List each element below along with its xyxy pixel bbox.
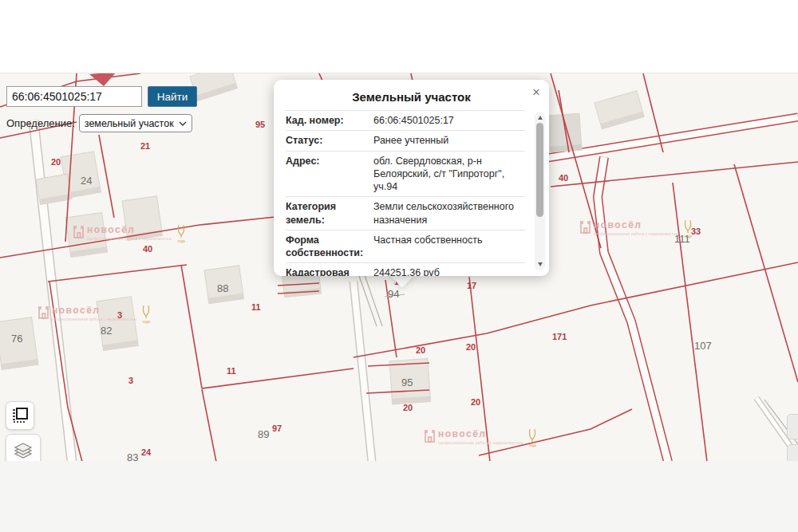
map-edge-button-bottom[interactable]	[787, 444, 798, 462]
row-value: 244251.36 руб	[373, 266, 525, 276]
row-label: Адрес:	[286, 155, 365, 194]
popup-row: Форма собственности:Частная собственност…	[286, 231, 525, 264]
popup-row: Кадастровая стоимость:244251.36 руб	[286, 263, 525, 276]
row-value: 66:06:4501025:17	[373, 114, 525, 127]
map-inner: 9521202440401113388113827631194171717120…	[0, 73, 798, 462]
row-label: Кад. номер:	[286, 114, 365, 127]
popup-row: Кад. номер:66:06:4501025:17	[286, 111, 525, 131]
row-value: обл. Свердловская, р-н Белоярский, с/т "…	[373, 155, 525, 194]
layers-button[interactable]	[6, 434, 41, 462]
search-bar: Найти	[6, 86, 197, 107]
row-label: Статус:	[286, 134, 365, 147]
layers-icon	[13, 441, 34, 462]
search-button[interactable]: Найти	[148, 86, 197, 107]
object-type-value: земельный участок	[85, 118, 174, 129]
close-icon[interactable]: ×	[532, 85, 540, 99]
popup-row: Адрес:обл. Свердловская, р-н Белоярский,…	[286, 152, 525, 198]
scroll-up-arrow-icon[interactable]	[538, 116, 543, 120]
popup-row: Статус:Ранее учтенный	[286, 131, 525, 151]
bottom-letterbox	[0, 461, 798, 532]
popup-row: Категория земель:Земли сельскохозяйствен…	[286, 197, 525, 231]
scrollbar-thumb[interactable]	[536, 123, 543, 217]
row-value: Земли сельскохозяйственного назначения	[373, 200, 525, 227]
search-input[interactable]	[6, 86, 142, 107]
filter-label: Определение:	[6, 117, 75, 129]
page: { "search": { "value": "66:06:4501025:17…	[0, 0, 798, 532]
row-label: Категория земель:	[286, 200, 365, 227]
parcel-info-popup: × Земельный участок Кад. номер:66:06:450…	[274, 80, 549, 276]
row-label: Кадастровая стоимость:	[286, 266, 365, 276]
popup-rows: Кад. номер:66:06:4501025:17Статус:Ранее …	[286, 110, 525, 276]
scroll-down-arrow-icon[interactable]	[538, 262, 543, 266]
measure-tool-button[interactable]	[6, 401, 34, 430]
row-value: Ранее учтенный	[373, 134, 525, 147]
chevron-down-icon	[179, 121, 187, 126]
map-edge-button-top[interactable]	[787, 414, 798, 439]
row-label: Форма собственности:	[286, 234, 365, 260]
object-type-select[interactable]: земельный участок	[79, 114, 192, 132]
measure-icon	[12, 408, 28, 424]
filter-row: Определение: земельный участок	[6, 114, 192, 132]
map-canvas[interactable]: 9521202440401113388113827631194171717120…	[0, 73, 798, 462]
popup-title: Земельный участок	[274, 90, 549, 104]
row-value: Частная собственность	[373, 234, 525, 260]
popup-body: × Земельный участок Кад. номер:66:06:450…	[274, 80, 549, 276]
popup-scrollbar[interactable]	[535, 112, 545, 270]
roads-red	[547, 117, 798, 462]
